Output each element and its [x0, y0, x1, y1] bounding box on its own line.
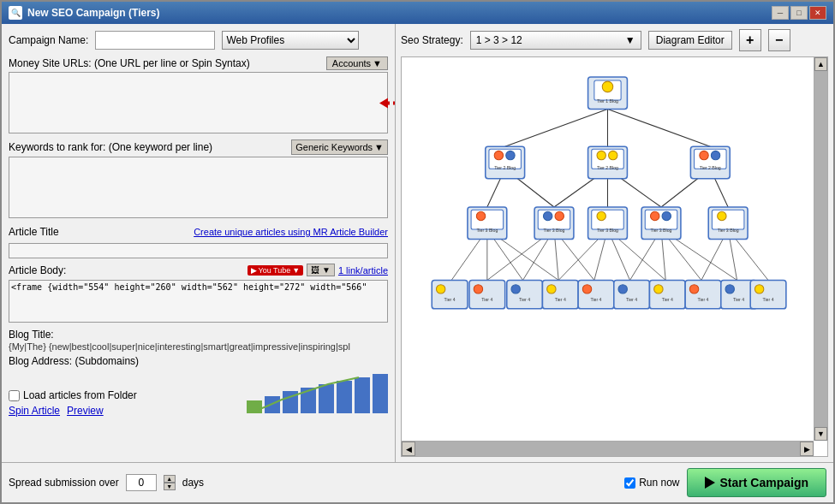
scroll-right-button[interactable]: ▶ [800, 442, 814, 456]
svg-point-42 [597, 151, 605, 159]
diagram-svg: Tier 1 Blog Tier 2 Blog Tier 2 [402, 57, 814, 441]
svg-text:Tier 2 Blog: Tier 2 Blog [597, 165, 618, 170]
money-site-textarea[interactable] [9, 72, 388, 133]
keywords-header: Keywords to rank for: (One keyword per l… [9, 139, 388, 155]
spin-article-link[interactable]: Spin Article [9, 405, 60, 417]
svg-rect-84 [578, 280, 614, 308]
spinner-down[interactable]: ▼ [164, 483, 176, 490]
youtube-button[interactable]: ▶ You Tube ▼ [248, 265, 304, 276]
web-profiles-dropdown[interactable]: Web Profiles [222, 31, 359, 50]
article-title-row: Article Title Create unique articles usi… [9, 226, 388, 238]
seo-strategy-row: Seo Strategy: 1 > 3 > 12 ▼ Diagram Edito… [401, 29, 828, 51]
svg-text:Tier 4: Tier 4 [519, 297, 530, 302]
content-area: Campaign Name: Web Profiles Money Site U… [2, 24, 833, 462]
svg-point-82 [547, 285, 556, 294]
svg-text:Tier 4: Tier 4 [555, 297, 566, 302]
vertical-scrollbar[interactable]: ▲ ▼ [814, 57, 827, 441]
zoom-out-button[interactable]: − [768, 29, 790, 51]
article-body-label: Article Body: [9, 264, 66, 276]
run-now-label: Run now [639, 477, 679, 489]
svg-text:Tier 3 Blog: Tier 3 Blog [597, 228, 618, 233]
campaign-name-label: Campaign Name: [9, 34, 88, 46]
svg-text:Tier 2 Blog: Tier 2 Blog [494, 165, 516, 170]
blog-title-section: Blog Title: {My|The} {new|best|cool|supe… [9, 329, 388, 352]
image-button[interactable]: 🖼 ▼ [307, 264, 335, 276]
svg-point-65 [651, 211, 659, 220]
svg-point-88 [618, 285, 627, 294]
bottom-bar: Spread submission over 0 ▲ ▼ days Run no… [2, 462, 833, 502]
money-site-wrapper [9, 72, 388, 136]
preview-link[interactable]: Preview [67, 405, 104, 417]
title-bar-controls: ─ □ ✕ [772, 6, 826, 20]
campaign-name-row: Campaign Name: Web Profiles [9, 31, 388, 50]
seo-strategy-dropdown[interactable]: 1 > 3 > 12 ▼ [470, 31, 641, 50]
spread-label: Spread submission over [9, 477, 119, 489]
blog-address-label: Blog Address: (Subdomains) [9, 355, 139, 367]
scroll-thumb-h[interactable] [415, 442, 800, 456]
scroll-down-button[interactable]: ▼ [814, 427, 827, 441]
run-now-checkbox[interactable] [624, 477, 635, 489]
chart-bar-5 [319, 384, 334, 413]
article-body-row: Article Body: ▶ You Tube ▼ 🖼 ▼ 1 link/ar… [9, 264, 388, 276]
load-articles-checkbox[interactable] [9, 390, 20, 401]
svg-point-52 [476, 211, 485, 220]
run-now-row: Run now [624, 477, 679, 489]
chart-bar-2 [265, 396, 280, 413]
svg-point-91 [654, 285, 663, 294]
scroll-up-button[interactable]: ▲ [814, 57, 827, 71]
start-campaign-button[interactable]: Start Campaign [687, 468, 826, 497]
blog-title-label: Blog Title: [9, 329, 54, 341]
svg-point-85 [582, 285, 591, 294]
scroll-left-button[interactable]: ◀ [402, 442, 415, 456]
article-body-textarea[interactable]: <frame {width="554" height="260" width="… [9, 280, 388, 323]
days-label: days [182, 477, 204, 489]
svg-rect-69 [712, 210, 744, 229]
svg-rect-99 [750, 280, 786, 308]
svg-point-61 [597, 211, 605, 220]
bottom-left: Load articles from Folder Spin Article P… [9, 389, 137, 417]
play-icon [705, 477, 715, 489]
spread-spinner: ▲ ▼ [164, 475, 176, 490]
money-site-header: Money Site URLs: (One URL per line or Sp… [9, 56, 388, 70]
spread-input[interactable]: 0 [126, 474, 157, 491]
blog-address-section: Blog Address: (Subdomains) [9, 355, 388, 367]
diagram-area: ▲ ▼ ◀ ▶ [401, 56, 828, 457]
maximize-button[interactable]: □ [790, 6, 808, 20]
spinner-up[interactable]: ▲ [164, 475, 176, 483]
svg-line-2 [505, 109, 608, 146]
svg-rect-51 [471, 210, 504, 229]
generic-keywords-button[interactable]: Generic Keywords ▼ [291, 139, 388, 155]
zoom-in-button[interactable]: + [739, 29, 761, 51]
scroll-thumb-v[interactable] [814, 71, 827, 427]
horizontal-scrollbar[interactable]: ◀ ▶ [402, 441, 814, 456]
svg-point-47 [700, 151, 708, 159]
svg-text:Tier 4: Tier 4 [697, 297, 708, 302]
close-button[interactable]: ✕ [809, 6, 826, 20]
svg-line-4 [608, 109, 711, 146]
accounts-button[interactable]: Accounts ▼ [326, 56, 388, 70]
keywords-section: Keywords to rank for: (One keyword per l… [9, 139, 388, 221]
svg-rect-64 [645, 210, 677, 229]
blog-title-value: {My|The} {new|best|cool|super|nice|inter… [9, 341, 388, 352]
diagram-editor-button[interactable]: Diagram Editor [648, 31, 732, 50]
bar-chart [247, 374, 388, 417]
article-title-input[interactable] [9, 243, 388, 258]
svg-text:Tier 4: Tier 4 [762, 297, 773, 302]
svg-point-56 [543, 211, 552, 220]
link-per-article[interactable]: 1 link/article [338, 265, 388, 276]
campaign-name-input[interactable] [95, 31, 215, 50]
minimize-button[interactable]: ─ [772, 6, 789, 20]
svg-text:Tier 4: Tier 4 [590, 297, 601, 302]
create-articles-link[interactable]: Create unique articles using MR Article … [194, 227, 388, 237]
article-title-label: Article Title [9, 226, 59, 238]
chart-bar-1 [247, 400, 262, 413]
article-body-controls: ▶ You Tube ▼ 🖼 ▼ 1 link/article [248, 264, 388, 276]
svg-point-43 [609, 151, 617, 159]
svg-text:Tier 3 Blog: Tier 3 Blog [651, 228, 672, 233]
svg-rect-81 [542, 280, 578, 308]
svg-point-57 [555, 211, 564, 220]
svg-point-37 [494, 151, 503, 159]
svg-point-70 [718, 211, 726, 220]
keywords-textarea[interactable] [9, 157, 388, 218]
svg-point-100 [754, 285, 763, 294]
